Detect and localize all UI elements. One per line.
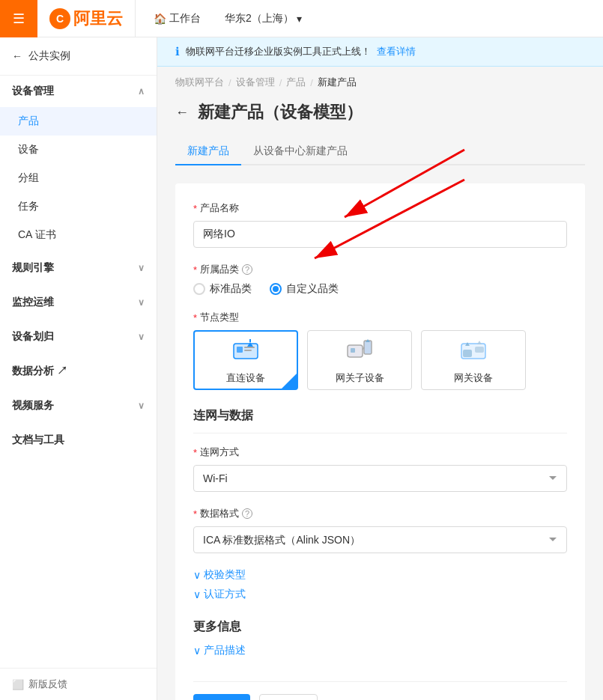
- tab-new-product-label: 新建产品: [187, 144, 229, 156]
- hamburger-button[interactable]: ☰: [0, 0, 37, 37]
- connect-method-label: * 连网方式: [193, 445, 567, 459]
- direct-device-icon: [232, 336, 259, 365]
- sidebar-section-data-analysis: 数据分析 ↗: [0, 356, 157, 387]
- sidebar-label-docs-tools: 文档与工具: [12, 433, 64, 447]
- category-label: * 所属品类 ?: [193, 263, 567, 276]
- category-help-icon[interactable]: ?: [242, 264, 252, 275]
- node-type-label-text: 节点类型: [200, 311, 239, 324]
- category-label-text: 所属品类: [200, 263, 239, 276]
- product-desc-label: 产品描述: [204, 644, 246, 657]
- form-group-category: * 所属品类 ? 标准品类 自定义品类: [193, 263, 567, 296]
- more-info-title: 更多信息: [193, 619, 567, 635]
- sidebar-item-group[interactable]: 分组: [0, 164, 157, 192]
- breadcrumb-item-2[interactable]: 产品: [286, 76, 306, 89]
- sidebar-item-ca-cert[interactable]: CA 证书: [0, 221, 157, 249]
- breadcrumb-current: 新建产品: [318, 76, 357, 89]
- sidebar-section-title-data-analysis[interactable]: 数据分析 ↗: [0, 356, 157, 387]
- action-buttons: 确认 取消: [193, 681, 567, 700]
- sidebar-section-title-device-partition[interactable]: 设备划归 ∨: [0, 321, 157, 353]
- sidebar-section-title-monitor-ops[interactable]: 监控运维 ∨: [0, 287, 157, 318]
- sidebar-back-label: 公共实例: [28, 49, 70, 63]
- auth-method-collapse[interactable]: ∨ 认证方式: [193, 588, 567, 601]
- sub-device-icon: [346, 336, 373, 365]
- data-format-select[interactable]: ICA 标准数据格式（Alink JSON） 透传/自定义: [193, 526, 567, 553]
- feedback-icon: ⬜: [12, 679, 24, 690]
- more-info-section: 更多信息 ∨ 产品描述: [193, 619, 567, 657]
- sidebar-section-device-management: 设备管理 ∧ 产品 设备 分组 任务 CA 证书: [0, 76, 157, 249]
- sidebar-item-label-device: 设备: [18, 143, 39, 156]
- sidebar-item-product[interactable]: 产品: [0, 107, 157, 136]
- radio-standard-circle: [193, 283, 205, 295]
- chevron-down-icon-auth: ∨: [193, 588, 201, 600]
- sidebar-section-monitor-ops: 监控运维 ∨: [0, 287, 157, 318]
- product-name-input[interactable]: [193, 221, 567, 248]
- region-label: 华东2（上海）: [225, 12, 294, 25]
- auth-method-label: 认证方式: [204, 588, 246, 601]
- chevron-down-icon-video: ∨: [138, 401, 145, 411]
- logo-icon: C: [49, 8, 70, 29]
- sidebar-item-task[interactable]: 任务: [0, 192, 157, 221]
- node-type-label: * 节点类型: [193, 311, 567, 324]
- info-banner: ℹ 物联网平台迁移企业版实例工具正式上线！ 查看详情: [157, 37, 603, 67]
- verification-type-collapse[interactable]: ∨ 校验类型: [193, 568, 567, 582]
- sidebar-footer-label: 新版反馈: [28, 678, 67, 691]
- sidebar-label-monitor-ops: 监控运维: [12, 296, 54, 309]
- chevron-down-icon-verify: ∨: [193, 569, 201, 581]
- chevron-down-icon-desc: ∨: [193, 645, 201, 657]
- sidebar-section-title-rule-engine[interactable]: 规则引擎 ∨: [0, 252, 157, 284]
- page-title: 新建产品（设备模型）: [198, 101, 363, 124]
- sidebar-label-data-analysis: 数据分析 ↗: [12, 365, 67, 378]
- chevron-down-icon: ▾: [297, 13, 302, 25]
- sidebar-section-title-device-management[interactable]: 设备管理 ∧: [0, 76, 157, 107]
- svg-rect-5: [244, 350, 252, 351]
- sidebar-item-device[interactable]: 设备: [0, 136, 157, 164]
- form-group-product-name: * 产品名称: [193, 201, 567, 248]
- data-format-help-icon[interactable]: ?: [242, 508, 252, 519]
- data-format-label: * 数据格式 ?: [193, 507, 567, 520]
- sidebar-section-video-service: 视频服务 ∨: [0, 390, 157, 421]
- navbar: ☰ C 阿里云 🏠 工作台 华东2（上海） ▾: [0, 0, 603, 37]
- svg-rect-13: [475, 347, 484, 353]
- sidebar-label-video-service: 视频服务: [12, 399, 54, 413]
- cancel-button[interactable]: 取消: [259, 694, 318, 700]
- radio-standard-category[interactable]: 标准品类: [193, 282, 252, 296]
- home-icon: 🏠: [154, 13, 166, 25]
- workbench-nav-item[interactable]: 🏠 工作台: [142, 0, 213, 37]
- svg-rect-7: [364, 341, 372, 354]
- gateway-device-icon: [460, 336, 487, 365]
- sidebar-section-rule-engine: 规则引擎 ∨: [0, 252, 157, 284]
- region-selector[interactable]: 华东2（上海） ▾: [213, 0, 314, 37]
- node-card-gateway[interactable]: 网关设备: [421, 330, 526, 390]
- sidebar-section-title-video-service[interactable]: 视频服务 ∨: [0, 390, 157, 421]
- breadcrumb-item-0[interactable]: 物联网平台: [175, 76, 224, 89]
- confirm-button[interactable]: 确认: [193, 694, 250, 700]
- sidebar-footer-feedback[interactable]: ⬜ 新版反馈: [0, 668, 157, 700]
- product-name-label-text: 产品名称: [200, 201, 239, 215]
- node-card-sub[interactable]: 网关子设备: [307, 330, 412, 390]
- sidebar-section-device-partition: 设备划归 ∨: [0, 321, 157, 353]
- breadcrumb: 物联网平台 / 设备管理 / 产品 / 新建产品: [157, 67, 603, 89]
- tab-from-device-center[interactable]: 从设备中心新建产品: [241, 139, 360, 165]
- chevron-down-icon-rule: ∨: [138, 263, 145, 273]
- connect-method-select[interactable]: Wi-Fi 蜂窝（2G/3G/4G/5G） 以太网 LoRaWAN 其他: [193, 465, 567, 492]
- radio-custom-category[interactable]: 自定义品类: [270, 282, 339, 296]
- chevron-up-icon: ∧: [138, 86, 145, 97]
- page-back-arrow[interactable]: ←: [175, 105, 189, 121]
- page-content: ← 新建产品（设备模型） 新建产品 从设备中心新建产品 * 产品名称: [157, 89, 603, 700]
- radio-custom-label: 自定义品类: [286, 282, 339, 296]
- svg-rect-4: [244, 347, 255, 348]
- radio-standard-label: 标准品类: [210, 282, 252, 296]
- breadcrumb-item-1[interactable]: 设备管理: [236, 76, 275, 89]
- logo-text: 阿里云: [73, 7, 123, 30]
- sidebar-back-button[interactable]: ← 公共实例: [0, 37, 157, 76]
- logo: C 阿里云: [37, 0, 136, 37]
- node-card-direct[interactable]: 直连设备 ✓: [193, 330, 298, 390]
- node-card-gateway-label: 网关设备: [454, 371, 493, 385]
- sidebar-label-device-partition: 设备划归: [12, 330, 54, 344]
- sidebar-section-title-docs-tools[interactable]: 文档与工具: [0, 424, 157, 456]
- product-desc-collapse[interactable]: ∨ 产品描述: [193, 644, 567, 657]
- tab-new-product[interactable]: 新建产品: [175, 139, 241, 165]
- sidebar-item-label-group: 分组: [18, 171, 39, 185]
- tab-from-device-center-label: 从设备中心新建产品: [253, 144, 348, 156]
- info-banner-link[interactable]: 查看详情: [377, 45, 416, 58]
